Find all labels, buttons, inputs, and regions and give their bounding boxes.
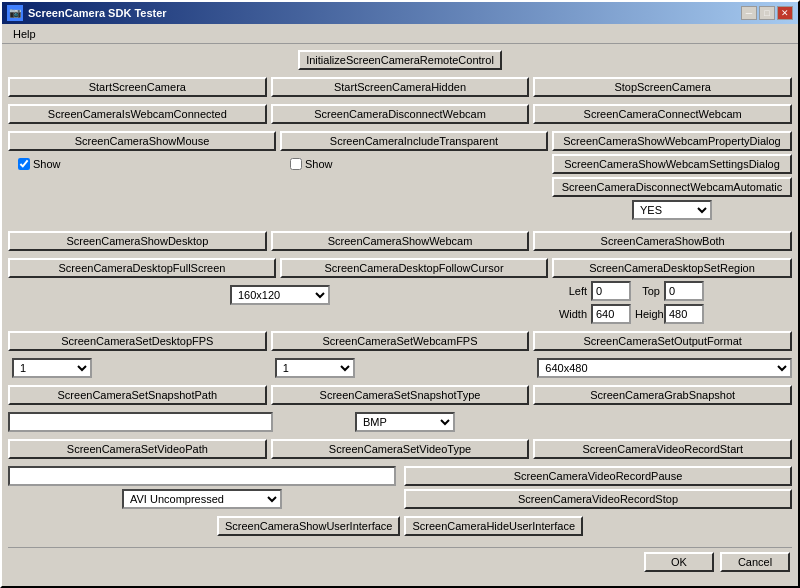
desktop-fps-select[interactable]: 125101530: [12, 358, 92, 378]
resolution-select[interactable]: 160x120 320x240 640x480: [230, 285, 330, 305]
set-snapshot-path-button[interactable]: ScreenCameraSetSnapshotPath: [8, 385, 267, 405]
set-video-type-button[interactable]: ScreenCameraSetVideoType: [271, 439, 530, 459]
show-webcam-settings-dialog-button[interactable]: ScreenCameraShowWebcamSettingsDialog: [552, 154, 792, 174]
minimize-button[interactable]: ─: [741, 6, 757, 20]
hide-user-interface-button[interactable]: ScreenCameraHideUserInterface: [404, 516, 583, 536]
video-record-start-button[interactable]: ScreenCameraVideoRecordStart: [533, 439, 792, 459]
snapshot-type-select[interactable]: BMPJPGPNG: [355, 412, 455, 432]
close-button[interactable]: ✕: [777, 6, 793, 20]
top-input[interactable]: [664, 281, 704, 301]
cancel-button[interactable]: Cancel: [720, 552, 790, 572]
desktop-set-region-button[interactable]: ScreenCameraDesktopSetRegion: [552, 258, 792, 278]
webcam-fps-select[interactable]: 125101530: [275, 358, 355, 378]
height-input[interactable]: [664, 304, 704, 324]
left-input[interactable]: [591, 281, 631, 301]
start-sc-hidden-button[interactable]: StartScreenCameraHidden: [271, 77, 530, 97]
show-webcam-property-dialog-button[interactable]: ScreenCameraShowWebcamPropertyDialog: [552, 131, 792, 151]
grab-snapshot-button[interactable]: ScreenCameraGrabSnapshot: [533, 385, 792, 405]
disconnect-webcam-button[interactable]: ScreenCameraDisconnectWebcam: [271, 104, 530, 124]
set-output-format-button[interactable]: ScreenCameraSetOutputFormat: [533, 331, 792, 351]
menu-bar: Help: [2, 24, 798, 44]
is-webcam-connected-button[interactable]: ScreenCameraIsWebcamConnected: [8, 104, 267, 124]
include-transparent-label: Show: [305, 158, 333, 170]
show-user-interface-button[interactable]: ScreenCameraShowUserInterface: [217, 516, 401, 536]
set-webcam-fps-button[interactable]: ScreenCameraSetWebcamFPS: [271, 331, 530, 351]
include-transparent-button[interactable]: ScreenCameraIncludeTransparent: [280, 131, 548, 151]
video-record-stop-button[interactable]: ScreenCameraVideoRecordStop: [404, 489, 792, 509]
desktop-fullscreen-button[interactable]: ScreenCameraDesktopFullScreen: [8, 258, 276, 278]
window-title: ScreenCamera SDK Tester: [28, 7, 167, 19]
show-webcam-button[interactable]: ScreenCameraShowWebcam: [271, 231, 530, 251]
show-mouse-button[interactable]: ScreenCameraShowMouse: [8, 131, 276, 151]
height-label: Height: [635, 308, 660, 320]
show-both-button[interactable]: ScreenCameraShowBoth: [533, 231, 792, 251]
width-input[interactable]: [591, 304, 631, 324]
desktop-follow-cursor-button[interactable]: ScreenCameraDesktopFollowCursor: [280, 258, 548, 278]
disconnect-webcam-automatic-button[interactable]: ScreenCameraDisconnectWebcamAutomatic: [552, 177, 792, 197]
bottom-bar: OK Cancel: [8, 547, 792, 574]
title-bar: 📷 ScreenCamera SDK Tester ─ □ ✕: [2, 2, 798, 24]
set-video-path-button[interactable]: ScreenCameraSetVideoPath: [8, 439, 267, 459]
output-format-select[interactable]: 640x480320x240160x120: [537, 358, 792, 378]
snapshot-path-input[interactable]: [8, 412, 273, 432]
set-desktop-fps-button[interactable]: ScreenCameraSetDesktopFPS: [8, 331, 267, 351]
app-icon: 📷: [7, 5, 23, 21]
top-label: Top: [635, 285, 660, 297]
video-record-pause-button[interactable]: ScreenCameraVideoRecordPause: [404, 466, 792, 486]
maximize-button[interactable]: □: [759, 6, 775, 20]
video-type-select[interactable]: AVI UncompressedAVI CompressedWMV: [122, 489, 282, 509]
include-transparent-checkbox[interactable]: [290, 158, 302, 170]
stop-sc-button[interactable]: StopScreenCamera: [533, 77, 792, 97]
show-desktop-button[interactable]: ScreenCameraShowDesktop: [8, 231, 267, 251]
video-path-input[interactable]: [8, 466, 396, 486]
init-remote-button[interactable]: InitializeScreenCameraRemoteControl: [298, 50, 502, 70]
left-label: Left: [552, 285, 587, 297]
width-label: Width: [552, 308, 587, 320]
show-mouse-label: Show: [33, 158, 61, 170]
start-sc-button[interactable]: StartScreenCamera: [8, 77, 267, 97]
ok-button[interactable]: OK: [644, 552, 714, 572]
show-mouse-checkbox[interactable]: [18, 158, 30, 170]
connect-webcam-button[interactable]: ScreenCameraConnectWebcam: [533, 104, 792, 124]
yes-no-select[interactable]: YES NO: [632, 200, 712, 220]
menu-help[interactable]: Help: [7, 27, 42, 41]
set-snapshot-type-button[interactable]: ScreenCameraSetSnapshotType: [271, 385, 530, 405]
